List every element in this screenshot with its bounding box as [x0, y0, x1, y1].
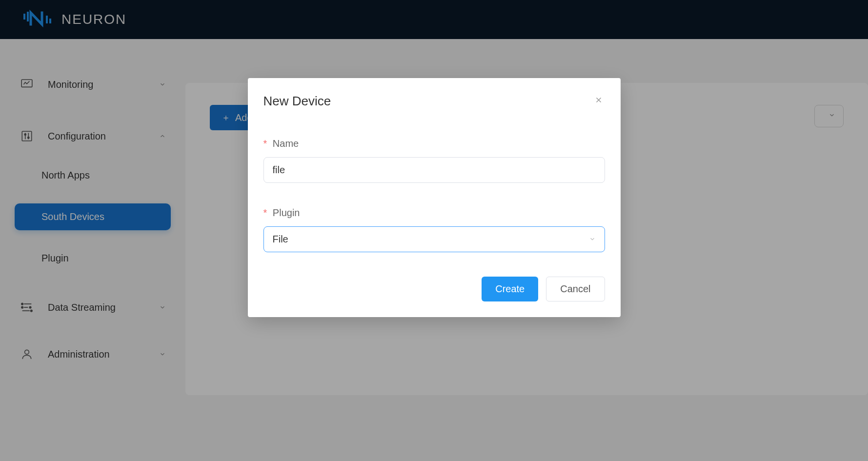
modal-title: New Device [263, 94, 331, 109]
required-star: * [263, 207, 267, 218]
close-icon[interactable] [592, 94, 605, 108]
new-device-modal: New Device * Name * Plugin File Create C… [248, 78, 621, 317]
button-label: Create [495, 283, 525, 294]
plugin-label: * Plugin [263, 207, 605, 219]
create-button[interactable]: Create [482, 277, 538, 301]
required-star: * [263, 138, 267, 149]
label-text: Plugin [273, 207, 300, 218]
name-label: * Name [263, 138, 605, 149]
chevron-down-icon [589, 234, 596, 245]
label-text: Name [273, 138, 299, 149]
select-value: File [273, 234, 288, 245]
cancel-button[interactable]: Cancel [546, 277, 605, 301]
plugin-select[interactable]: File [263, 226, 605, 252]
name-input[interactable] [263, 157, 605, 183]
button-label: Cancel [560, 283, 590, 294]
